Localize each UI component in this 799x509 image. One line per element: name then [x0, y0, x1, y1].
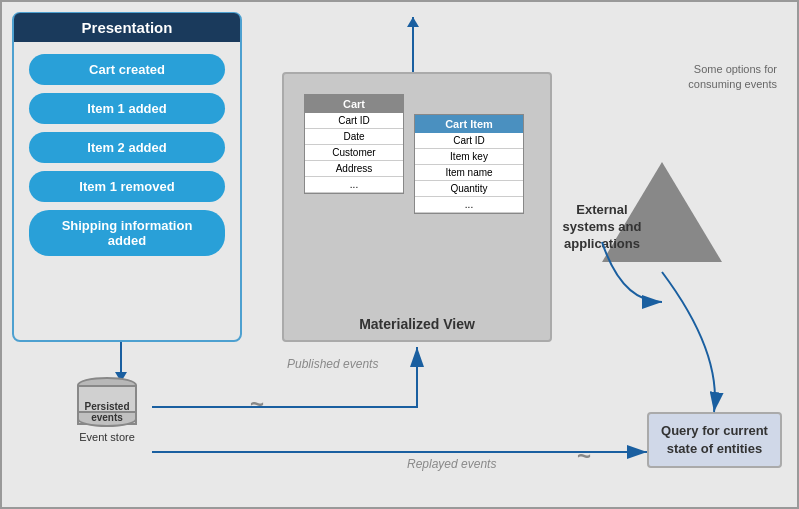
cart-item-table-row: ...: [415, 197, 523, 213]
cylinder-body: Persisted events: [77, 385, 137, 425]
cart-table-row: Cart ID: [305, 113, 403, 129]
cart-table-row: Customer: [305, 145, 403, 161]
cart-item-table-row: Quantity: [415, 181, 523, 197]
external-systems-container: External systems and applications: [602, 162, 722, 262]
cart-table-row: ...: [305, 177, 403, 193]
cart-table-row: Date: [305, 129, 403, 145]
external-systems-label: External systems and applications: [547, 202, 657, 253]
event-button[interactable]: Item 2 added: [29, 132, 225, 163]
cart-item-table-header: Cart Item: [415, 115, 523, 133]
presentation-title: Presentation: [14, 13, 240, 42]
event-button[interactable]: Item 1 removed: [29, 171, 225, 202]
arrow-presentation-to-store: [120, 342, 122, 382]
event-store-container: Persisted events Event store: [77, 377, 137, 443]
cart-table-row: Address: [305, 161, 403, 177]
some-options-text: Some options for consuming events: [688, 62, 777, 93]
replayed-events-label: Replayed events: [407, 457, 496, 471]
cylinder-text: Persisted events: [79, 401, 135, 423]
cart-item-table-row: Cart ID: [415, 133, 523, 149]
event-buttons-list: Cart createdItem 1 addedItem 2 addedItem…: [29, 54, 225, 256]
event-store-label: Event store: [79, 431, 135, 443]
cart-table: Cart Cart IDDateCustomerAddress...: [304, 94, 404, 194]
external-to-query-arrow: [662, 272, 715, 412]
presentation-box: Presentation Cart createdItem 1 addedIte…: [12, 12, 242, 342]
arrow-mv-up: [412, 17, 414, 72]
tilde-replayed: ~: [577, 442, 591, 470]
main-diagram: Presentation Cart createdItem 1 addedIte…: [0, 0, 799, 509]
cart-item-table-row: Item key: [415, 149, 523, 165]
event-store-cylinder: Persisted events: [77, 377, 137, 427]
event-button[interactable]: Item 1 added: [29, 93, 225, 124]
published-events-arrow: [152, 347, 417, 407]
cart-item-table-row: Item name: [415, 165, 523, 181]
cart-table-header: Cart: [305, 95, 403, 113]
materialized-view-area: Cart Cart IDDateCustomerAddress... Cart …: [282, 72, 552, 342]
event-button[interactable]: Shipping information added: [29, 210, 225, 256]
query-box: Query for current state of entities: [647, 412, 782, 468]
tilde-published: ~: [250, 390, 264, 418]
published-events-label: Published events: [287, 357, 378, 371]
cart-item-table: Cart Item Cart IDItem keyItem nameQuanti…: [414, 114, 524, 214]
event-button[interactable]: Cart created: [29, 54, 225, 85]
materialized-view-label: Materialized View: [284, 316, 550, 332]
